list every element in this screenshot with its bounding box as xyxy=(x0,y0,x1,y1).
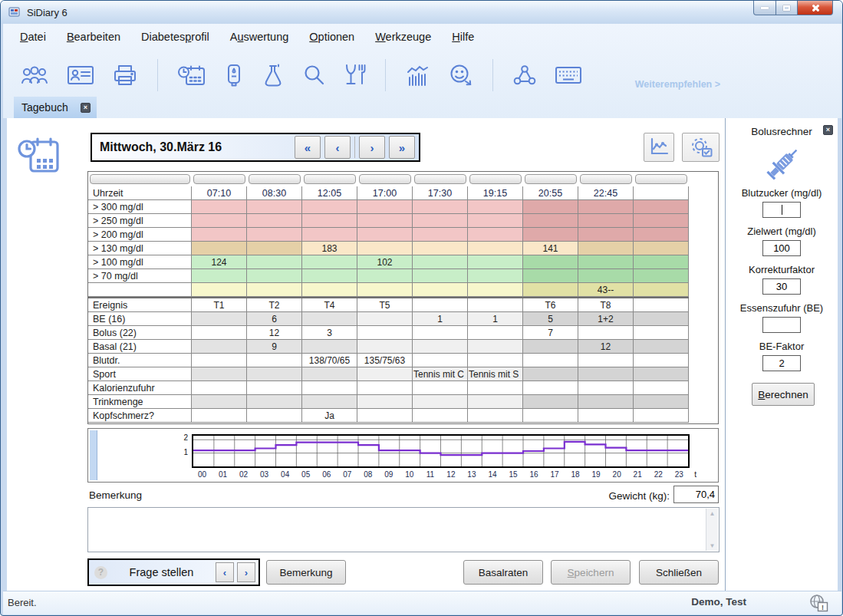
diary-cell[interactable] xyxy=(247,409,302,423)
diary-cell[interactable] xyxy=(634,409,689,423)
diary-cell[interactable] xyxy=(302,228,357,242)
diary-cell[interactable] xyxy=(578,255,634,269)
diary-cell[interactable] xyxy=(247,200,302,214)
diary-cell[interactable] xyxy=(578,228,634,242)
diary-cell[interactable] xyxy=(192,395,247,409)
menu-optionen[interactable]: Optionen xyxy=(309,31,354,43)
diary-cell[interactable] xyxy=(192,326,247,340)
diary-cell[interactable] xyxy=(357,409,413,423)
diary-cell[interactable] xyxy=(578,354,634,367)
diary-cell[interactable] xyxy=(468,200,523,214)
nav-first-button[interactable]: « xyxy=(295,136,321,159)
bolus-input-blutzucker[interactable] xyxy=(762,202,801,218)
close-button[interactable] xyxy=(798,1,833,15)
diary-cell[interactable] xyxy=(192,367,247,381)
diary-cell[interactable] xyxy=(247,283,302,297)
diary-cell[interactable] xyxy=(413,242,468,255)
diary-cell[interactable] xyxy=(302,340,357,354)
promote-link[interactable]: Weiterempfehlen > xyxy=(635,79,720,90)
diary-cell[interactable] xyxy=(413,255,468,269)
schliessen-button[interactable]: Schließen xyxy=(639,560,719,585)
diary-cell[interactable]: 17:00 xyxy=(357,186,413,200)
share-icon[interactable] xyxy=(512,65,537,86)
diary-cell[interactable] xyxy=(413,283,468,297)
wellbeing-icon[interactable] xyxy=(449,64,473,87)
diary-cell[interactable] xyxy=(468,255,523,269)
bemerkung-button[interactable]: Bemerkung xyxy=(266,560,346,585)
diary-cell[interactable]: 3 xyxy=(302,326,357,340)
bolus-input-zielwert[interactable] xyxy=(762,240,801,256)
diary-cell[interactable] xyxy=(468,298,523,312)
diary-cell[interactable] xyxy=(468,340,523,354)
column-button[interactable] xyxy=(249,174,301,184)
ask-question-panel[interactable]: ? Frage stellen ‹ › xyxy=(87,558,260,586)
column-button[interactable] xyxy=(580,174,632,184)
menu-werkzeuge[interactable]: Werkzeuge xyxy=(375,31,431,43)
diary-cell[interactable]: Tennis mit S xyxy=(468,367,523,381)
diary-cell[interactable] xyxy=(578,269,634,283)
diary-cell[interactable]: 7 xyxy=(523,326,578,340)
diary-cell[interactable] xyxy=(302,367,357,381)
diary-cell[interactable]: 5 xyxy=(523,312,578,326)
diary-cell[interactable] xyxy=(634,283,689,297)
diary-cell[interactable] xyxy=(634,200,689,214)
diary-cell[interactable]: 43-- xyxy=(578,283,634,297)
diary-cell[interactable]: 22:45 xyxy=(578,186,634,200)
diary-cell[interactable] xyxy=(192,200,247,214)
diary-cell[interactable] xyxy=(578,367,634,381)
diary-cell[interactable]: Ja xyxy=(302,409,357,423)
diary-cell[interactable] xyxy=(247,214,302,228)
diary-cell[interactable] xyxy=(634,298,689,312)
diary-cell[interactable]: T8 xyxy=(578,298,634,312)
statistics-icon[interactable] xyxy=(405,64,431,87)
berechnen-button[interactable]: Berechnen xyxy=(752,383,815,406)
column-button[interactable] xyxy=(359,174,411,184)
diary-cell[interactable] xyxy=(302,312,357,326)
diary-cell[interactable] xyxy=(247,381,302,395)
diary-cell[interactable] xyxy=(468,326,523,340)
diary-cell[interactable]: 124 xyxy=(192,255,247,269)
ask-prev-button[interactable]: ‹ xyxy=(216,562,234,582)
diary-cell[interactable]: 20:55 xyxy=(523,186,578,200)
weight-input[interactable]: 70,4 xyxy=(673,486,719,503)
bolus-input-korrekturfaktor[interactable] xyxy=(762,278,801,295)
profile-card-icon[interactable] xyxy=(67,64,94,86)
diary-cell[interactable] xyxy=(302,255,357,269)
diary-cell[interactable] xyxy=(357,200,413,214)
diary-cell[interactable] xyxy=(468,242,523,255)
diary-cell[interactable] xyxy=(523,409,578,423)
menu-hilfe[interactable]: Hilfe xyxy=(452,31,474,43)
diary-cell[interactable] xyxy=(357,395,413,409)
diary-cell[interactable] xyxy=(578,409,634,423)
diary-cell[interactable] xyxy=(634,228,689,242)
diary-cell[interactable]: T6 xyxy=(523,298,578,312)
scroll-down-icon[interactable]: ▼ xyxy=(710,542,716,549)
trend-chart-button[interactable] xyxy=(644,133,674,162)
sync-warning-icon[interactable]: ! xyxy=(809,594,829,613)
diary-cell[interactable] xyxy=(523,340,578,354)
diary-cell[interactable] xyxy=(634,186,689,200)
diary-cell[interactable]: 19:15 xyxy=(468,186,523,200)
diary-cell[interactable] xyxy=(578,214,634,228)
printer-icon[interactable] xyxy=(112,64,138,87)
diary-cell[interactable] xyxy=(634,395,689,409)
diary-cell[interactable]: 9 xyxy=(247,340,302,354)
graph-side-strip[interactable] xyxy=(90,430,97,480)
diary-cell[interactable] xyxy=(468,381,523,395)
diary-cell[interactable] xyxy=(357,381,413,395)
diary-cell[interactable] xyxy=(523,255,578,269)
diary-cell[interactable] xyxy=(247,228,302,242)
diary-cell[interactable] xyxy=(634,269,689,283)
speichern-button[interactable]: Speichern xyxy=(551,560,631,585)
diary-cell[interactable] xyxy=(468,354,523,367)
diary-cell[interactable] xyxy=(468,409,523,423)
diary-cell[interactable] xyxy=(302,214,357,228)
diary-cell[interactable] xyxy=(302,269,357,283)
diary-cell[interactable] xyxy=(192,283,247,297)
diary-cell[interactable] xyxy=(634,255,689,269)
basalraten-button[interactable]: Basalraten xyxy=(463,560,543,585)
diary-cell[interactable] xyxy=(634,312,689,326)
menu-bearbeiten[interactable]: Bearbeiten xyxy=(67,31,120,43)
nav-last-button[interactable]: » xyxy=(389,136,415,159)
column-button[interactable] xyxy=(414,174,466,184)
